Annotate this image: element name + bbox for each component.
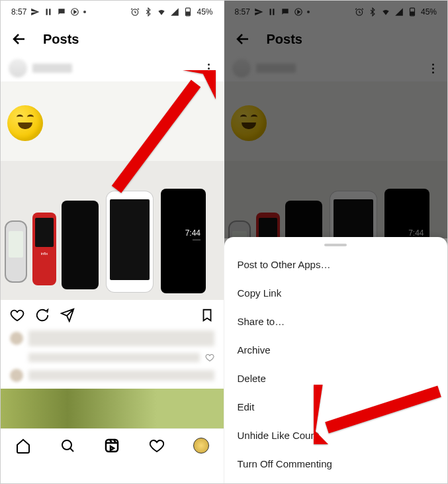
sheet-item-copy-link[interactable]: Copy Link (224, 279, 448, 307)
signal-icon (170, 7, 179, 17)
message-icon (57, 7, 66, 17)
circle-play-icon (294, 7, 303, 17)
next-post-preview (1, 389, 224, 428)
alarm-icon (355, 7, 364, 17)
lockscreen-time: 7:44 (185, 228, 201, 238)
header: Posts (224, 23, 448, 55)
share-icon[interactable] (60, 308, 75, 322)
sheet-item-share-to[interactable]: Share to… (224, 307, 448, 336)
more-options-icon (426, 62, 439, 75)
battery-text: 45% (197, 7, 212, 17)
emoji-plush (231, 105, 267, 141)
avatar (232, 59, 251, 77)
page-title: Posts (43, 32, 79, 47)
pause-icon (44, 7, 53, 17)
header: Posts (1, 23, 224, 55)
svg-point-4 (62, 440, 71, 450)
sheet-grabber-icon[interactable] (324, 244, 347, 246)
svg-line-11 (327, 391, 439, 428)
notification-dot-icon (307, 11, 310, 13)
battery-text: 45% (421, 7, 437, 17)
username-blurred[interactable] (32, 64, 72, 73)
send-icon (254, 7, 263, 17)
phone-1 (5, 220, 27, 283)
svg-line-6 (116, 83, 196, 189)
notification-dot-icon (83, 11, 86, 13)
bottom-nav (1, 428, 224, 461)
nav-home-icon[interactable] (15, 438, 31, 454)
phone-3 (62, 201, 99, 289)
svg-rect-10 (411, 12, 414, 15)
bookmark-icon[interactable] (200, 308, 214, 322)
bluetooth-icon (144, 7, 153, 17)
message-icon (281, 7, 290, 17)
nav-profile-icon[interactable] (193, 438, 209, 454)
status-time: 8:57 (235, 7, 250, 17)
nav-activity-icon[interactable] (149, 438, 165, 454)
nav-search-icon[interactable] (60, 438, 75, 454)
send-icon (30, 7, 40, 17)
comment-like-icon[interactable] (205, 353, 214, 362)
annotation-arrow-right (314, 385, 446, 447)
page-title: Posts (267, 32, 302, 47)
phone-5: 7:44━━━━ (161, 189, 206, 293)
phone-2 (32, 213, 56, 285)
alarm-icon (130, 7, 140, 17)
bluetooth-icon (368, 7, 377, 17)
like-icon[interactable] (10, 308, 24, 322)
battery-icon (183, 7, 193, 17)
post-meta-blurred (1, 330, 224, 382)
sheet-item-turn-off-commenting[interactable]: Turn Off Commenting (224, 450, 448, 478)
phone-4 (107, 191, 153, 292)
status-bar: 8:57 45% (224, 1, 448, 23)
status-bar: 8:57 45% (1, 1, 224, 23)
screenshot-right: 8:57 45% Posts 7:44━━━━ (224, 1, 448, 483)
sheet-item-archive[interactable]: Archive (224, 336, 448, 364)
svg-rect-3 (187, 12, 190, 15)
back-icon[interactable] (235, 31, 251, 47)
post-header (224, 55, 448, 81)
sheet-item-post-other-apps[interactable]: Post to Other Apps… (224, 250, 448, 279)
circle-play-icon (70, 7, 79, 17)
battery-icon (408, 7, 417, 17)
avatar[interactable] (9, 59, 27, 77)
nav-reels-icon[interactable] (104, 438, 120, 454)
back-icon[interactable] (11, 31, 27, 47)
emoji-plush (7, 105, 43, 141)
pause-icon (267, 7, 277, 17)
annotation-arrow-left (103, 70, 216, 199)
wifi-icon (157, 7, 166, 17)
wifi-icon (381, 7, 390, 17)
status-time: 8:57 (11, 7, 26, 17)
screenshot-left: 8:57 45% Posts (1, 1, 224, 483)
username-blurred (256, 64, 296, 73)
post-actions (1, 300, 224, 330)
comment-icon[interactable] (35, 308, 50, 322)
signal-icon (394, 7, 404, 17)
